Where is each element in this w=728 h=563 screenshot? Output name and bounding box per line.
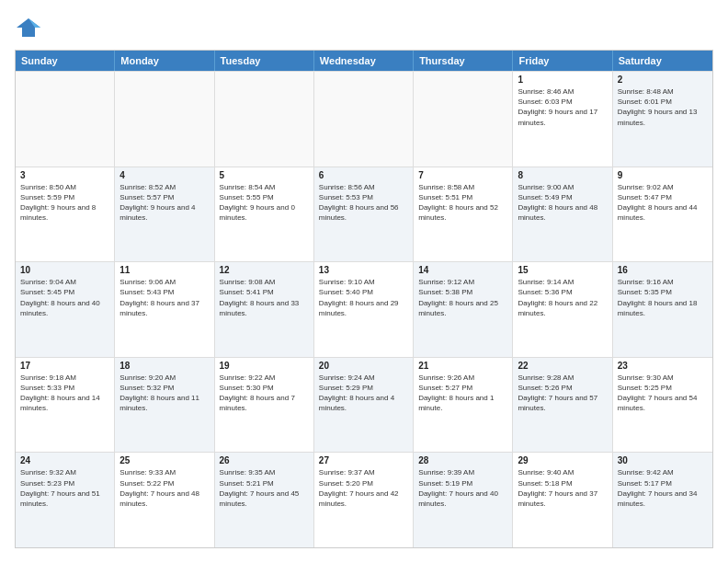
- day-number: 7: [418, 170, 507, 180]
- header-day-monday: Monday: [115, 51, 214, 71]
- calendar-cell-26: 26Sunrise: 9:35 AM Sunset: 5:21 PM Dayli…: [215, 453, 314, 547]
- day-number: 23: [618, 361, 708, 371]
- day-number: 11: [119, 265, 209, 275]
- day-number: 26: [220, 455, 309, 465]
- header-day-thursday: Thursday: [414, 51, 513, 71]
- day-number: 8: [518, 170, 607, 180]
- day-info: Sunrise: 9:33 AM Sunset: 5:22 PM Dayligh…: [119, 467, 209, 509]
- calendar-cell-28: 28Sunrise: 9:39 AM Sunset: 5:19 PM Dayli…: [414, 453, 513, 547]
- calendar-cell-24: 24Sunrise: 9:32 AM Sunset: 5:23 PM Dayli…: [16, 453, 115, 547]
- calendar-cell-1: 1Sunrise: 8:46 AM Sunset: 6:03 PM Daylig…: [513, 72, 612, 167]
- day-number: 4: [119, 170, 209, 180]
- day-info: Sunrise: 9:24 AM Sunset: 5:29 PM Dayligh…: [319, 373, 408, 414]
- day-info: Sunrise: 9:20 AM Sunset: 5:32 PM Dayligh…: [119, 373, 209, 414]
- page: SundayMondayTuesdayWednesdayThursdayFrid…: [0, 0, 728, 563]
- header-day-sunday: Sunday: [16, 51, 115, 71]
- logo: [15, 15, 46, 40]
- calendar-cell-4: 4Sunrise: 8:52 AM Sunset: 5:57 PM Daylig…: [115, 167, 214, 262]
- calendar: SundayMondayTuesdayWednesdayThursdayFrid…: [15, 50, 713, 548]
- header-day-wednesday: Wednesday: [314, 51, 414, 71]
- calendar-cell-empty-0-3: [314, 72, 414, 167]
- day-number: 28: [418, 455, 507, 465]
- calendar-cell-empty-0-1: [115, 72, 214, 167]
- calendar-cell-30: 30Sunrise: 9:42 AM Sunset: 5:17 PM Dayli…: [613, 453, 712, 547]
- calendar-cell-8: 8Sunrise: 9:00 AM Sunset: 5:49 PM Daylig…: [513, 167, 612, 262]
- logo-icon: [15, 15, 42, 40]
- calendar-cell-10: 10Sunrise: 9:04 AM Sunset: 5:45 PM Dayli…: [16, 262, 115, 357]
- day-info: Sunrise: 9:39 AM Sunset: 5:19 PM Dayligh…: [418, 467, 507, 509]
- calendar-cell-7: 7Sunrise: 8:58 AM Sunset: 5:51 PM Daylig…: [414, 167, 513, 262]
- calendar-row-4: 24Sunrise: 9:32 AM Sunset: 5:23 PM Dayli…: [16, 452, 712, 547]
- day-info: Sunrise: 9:22 AM Sunset: 5:30 PM Dayligh…: [220, 373, 309, 414]
- calendar-body: 1Sunrise: 8:46 AM Sunset: 6:03 PM Daylig…: [16, 71, 712, 547]
- calendar-cell-22: 22Sunrise: 9:28 AM Sunset: 5:26 PM Dayli…: [513, 358, 612, 453]
- day-info: Sunrise: 9:26 AM Sunset: 5:27 PM Dayligh…: [418, 373, 507, 414]
- calendar-cell-23: 23Sunrise: 9:30 AM Sunset: 5:25 PM Dayli…: [613, 358, 712, 453]
- day-info: Sunrise: 9:10 AM Sunset: 5:40 PM Dayligh…: [319, 277, 408, 318]
- calendar-cell-empty-0-4: [414, 72, 513, 167]
- day-number: 30: [618, 455, 708, 465]
- calendar-cell-empty-0-2: [215, 72, 314, 167]
- calendar-cell-12: 12Sunrise: 9:08 AM Sunset: 5:41 PM Dayli…: [215, 262, 314, 357]
- header-day-friday: Friday: [513, 51, 612, 71]
- day-info: Sunrise: 9:02 AM Sunset: 5:47 PM Dayligh…: [618, 182, 708, 224]
- calendar-row-3: 17Sunrise: 9:18 AM Sunset: 5:33 PM Dayli…: [16, 357, 712, 453]
- calendar-cell-6: 6Sunrise: 8:56 AM Sunset: 5:53 PM Daylig…: [314, 167, 414, 262]
- day-number: 12: [220, 265, 309, 275]
- calendar-cell-11: 11Sunrise: 9:06 AM Sunset: 5:43 PM Dayli…: [115, 262, 214, 357]
- calendar-cell-13: 13Sunrise: 9:10 AM Sunset: 5:40 PM Dayli…: [314, 262, 414, 357]
- calendar-header: SundayMondayTuesdayWednesdayThursdayFrid…: [16, 51, 712, 71]
- day-number: 25: [119, 455, 209, 465]
- calendar-cell-20: 20Sunrise: 9:24 AM Sunset: 5:29 PM Dayli…: [314, 358, 414, 453]
- day-number: 19: [220, 361, 309, 371]
- day-info: Sunrise: 9:14 AM Sunset: 5:36 PM Dayligh…: [518, 277, 607, 318]
- day-info: Sunrise: 8:46 AM Sunset: 6:03 PM Dayligh…: [518, 86, 607, 128]
- calendar-cell-17: 17Sunrise: 9:18 AM Sunset: 5:33 PM Dayli…: [16, 358, 115, 453]
- day-number: 22: [518, 361, 607, 371]
- day-info: Sunrise: 9:16 AM Sunset: 5:35 PM Dayligh…: [618, 277, 708, 318]
- day-info: Sunrise: 9:12 AM Sunset: 5:38 PM Dayligh…: [418, 277, 507, 318]
- day-number: 13: [319, 265, 408, 275]
- day-info: Sunrise: 9:37 AM Sunset: 5:20 PM Dayligh…: [319, 467, 408, 509]
- day-info: Sunrise: 9:30 AM Sunset: 5:25 PM Dayligh…: [618, 373, 708, 414]
- day-number: 24: [20, 455, 109, 465]
- calendar-cell-27: 27Sunrise: 9:37 AM Sunset: 5:20 PM Dayli…: [314, 453, 414, 547]
- calendar-row-1: 3Sunrise: 8:50 AM Sunset: 5:59 PM Daylig…: [16, 167, 712, 262]
- day-number: 10: [20, 265, 109, 275]
- day-number: 6: [319, 170, 408, 180]
- header-day-saturday: Saturday: [613, 51, 712, 71]
- calendar-cell-21: 21Sunrise: 9:26 AM Sunset: 5:27 PM Dayli…: [414, 358, 513, 453]
- calendar-cell-2: 2Sunrise: 8:48 AM Sunset: 6:01 PM Daylig…: [613, 72, 712, 167]
- day-number: 5: [220, 170, 309, 180]
- calendar-cell-14: 14Sunrise: 9:12 AM Sunset: 5:38 PM Dayli…: [414, 262, 513, 357]
- calendar-cell-29: 29Sunrise: 9:40 AM Sunset: 5:18 PM Dayli…: [513, 453, 612, 547]
- day-number: 1: [518, 75, 607, 85]
- header: [15, 15, 713, 40]
- day-number: 14: [418, 265, 507, 275]
- day-info: Sunrise: 9:06 AM Sunset: 5:43 PM Dayligh…: [119, 277, 209, 318]
- day-number: 3: [20, 170, 109, 180]
- day-info: Sunrise: 9:00 AM Sunset: 5:49 PM Dayligh…: [518, 182, 607, 224]
- calendar-cell-16: 16Sunrise: 9:16 AM Sunset: 5:35 PM Dayli…: [613, 262, 712, 357]
- calendar-cell-9: 9Sunrise: 9:02 AM Sunset: 5:47 PM Daylig…: [613, 167, 712, 262]
- day-info: Sunrise: 8:48 AM Sunset: 6:01 PM Dayligh…: [618, 86, 708, 128]
- day-info: Sunrise: 8:54 AM Sunset: 5:55 PM Dayligh…: [220, 182, 309, 224]
- day-info: Sunrise: 8:56 AM Sunset: 5:53 PM Dayligh…: [319, 182, 408, 224]
- day-info: Sunrise: 9:08 AM Sunset: 5:41 PM Dayligh…: [220, 277, 309, 318]
- calendar-cell-25: 25Sunrise: 9:33 AM Sunset: 5:22 PM Dayli…: [115, 453, 214, 547]
- day-number: 29: [518, 455, 607, 465]
- calendar-cell-15: 15Sunrise: 9:14 AM Sunset: 5:36 PM Dayli…: [513, 262, 612, 357]
- day-number: 16: [618, 265, 708, 275]
- day-info: Sunrise: 9:32 AM Sunset: 5:23 PM Dayligh…: [20, 467, 109, 509]
- day-number: 27: [319, 455, 408, 465]
- day-info: Sunrise: 9:28 AM Sunset: 5:26 PM Dayligh…: [518, 373, 607, 414]
- calendar-cell-empty-0-0: [16, 72, 115, 167]
- calendar-cell-19: 19Sunrise: 9:22 AM Sunset: 5:30 PM Dayli…: [215, 358, 314, 453]
- day-info: Sunrise: 9:42 AM Sunset: 5:17 PM Dayligh…: [618, 467, 708, 509]
- day-info: Sunrise: 8:50 AM Sunset: 5:59 PM Dayligh…: [20, 182, 109, 224]
- calendar-row-2: 10Sunrise: 9:04 AM Sunset: 5:45 PM Dayli…: [16, 261, 712, 357]
- day-info: Sunrise: 9:18 AM Sunset: 5:33 PM Dayligh…: [20, 373, 109, 414]
- day-info: Sunrise: 9:04 AM Sunset: 5:45 PM Dayligh…: [20, 277, 109, 318]
- day-number: 9: [618, 170, 708, 180]
- day-info: Sunrise: 8:52 AM Sunset: 5:57 PM Dayligh…: [119, 182, 209, 224]
